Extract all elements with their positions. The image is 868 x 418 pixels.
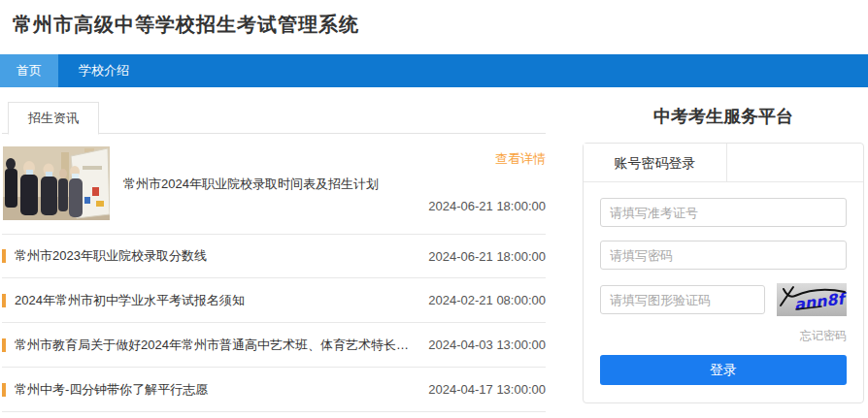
featured-news-title[interactable]: 常州市2024年职业院校录取时间表及招生计划	[123, 176, 379, 193]
platform-title: 中考考生服务平台	[583, 105, 864, 128]
exam-id-input[interactable]	[600, 198, 847, 227]
bullet-bar-icon	[2, 383, 6, 397]
featured-news-date: 2024-06-21 18:00:00	[428, 199, 546, 213]
bullet-bar-icon	[2, 294, 6, 307]
news-list: 常州市2023年职业院校录取分数线 2024-06-21 18:00:00 20…	[2, 234, 546, 412]
candidate-service-panel: 中考考生服务平台 账号密码登录	[583, 101, 864, 403]
view-details-link[interactable]: 查看详情	[495, 150, 546, 168]
captcha-input[interactable]	[600, 285, 765, 314]
captcha-image[interactable]: ann8f	[777, 283, 847, 316]
featured-news-item[interactable]: 查看详情 常州市2024年职业院校录取时间表及招生计划 2024-06-21 1…	[2, 146, 546, 226]
news-list-item[interactable]: 常州中考-四分钟带你了解平行志愿 2024-04-17 13:00:00	[2, 368, 546, 412]
news-list-item[interactable]: 常州市2023年职业院校录取分数线 2024-06-21 18:00:00	[2, 234, 546, 278]
login-box: 账号密码登录 ann8f	[583, 143, 864, 403]
page-title: 常州市高级中等学校招生考试管理系统	[13, 12, 359, 38]
nav-item-school-intro[interactable]: 学校介绍	[58, 54, 150, 87]
password-input[interactable]	[600, 241, 847, 270]
news-item-title: 2024年常州市初中学业水平考试报名须知	[15, 292, 428, 309]
news-panel: 招生资讯	[2, 101, 546, 412]
news-item-date: 2024-02-21 08:00:00	[428, 293, 546, 307]
forgot-password-link[interactable]: 忘记密码	[800, 329, 847, 342]
news-photo	[3, 146, 110, 220]
news-tabs: 招生资讯	[2, 101, 546, 134]
news-item-title: 常州市教育局关于做好2024年常州市普通高中艺术班、体育艺术特长生招生工作的通知	[15, 337, 428, 354]
main-navbar: 首页 学校介绍	[0, 54, 868, 87]
login-button[interactable]: 登录	[600, 355, 847, 385]
login-tabs: 账号密码登录	[584, 144, 863, 182]
captcha-row: ann8f	[600, 283, 847, 316]
tab-enrollment-news[interactable]: 招生资讯	[8, 102, 99, 135]
news-item-date: 2024-06-21 18:00:00	[428, 249, 546, 264]
bullet-bar-icon	[2, 249, 6, 263]
news-item-title: 常州中考-四分钟带你了解平行志愿	[15, 381, 428, 399]
bullet-bar-icon	[2, 338, 6, 352]
login-form: ann8f 忘记密码 登录	[584, 182, 863, 402]
news-item-date: 2024-04-03 13:00:00	[428, 338, 546, 352]
news-list-item[interactable]: 2024年常州市初中学业水平考试报名须知 2024-02-21 08:00:00	[2, 278, 546, 323]
nav-item-home[interactable]: 首页	[0, 54, 58, 87]
news-item-title: 常州市2023年职业院校录取分数线	[15, 247, 428, 265]
news-item-date: 2024-04-17 13:00:00	[428, 382, 546, 397]
news-list-item[interactable]: 常州市教育局关于做好2024年常州市普通高中艺术班、体育艺术特长生招生工作的通知…	[2, 323, 546, 368]
tab-account-password-login[interactable]: 账号密码登录	[584, 144, 727, 181]
